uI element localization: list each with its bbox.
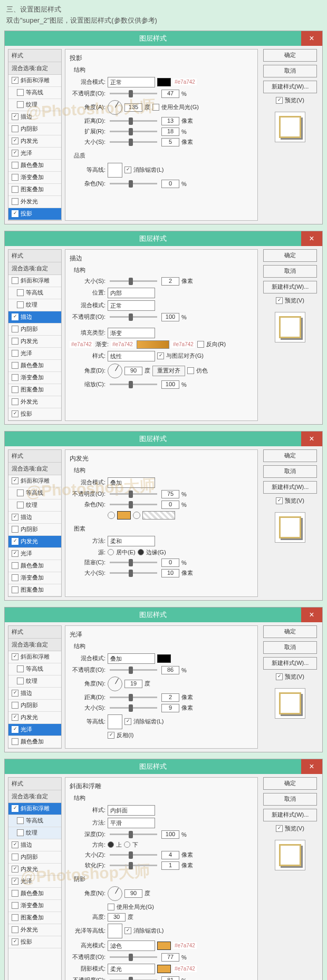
item-drop-shadow[interactable]: ✓投影 xyxy=(8,208,61,220)
dialog-satin: 图层样式× 样式 混合选项:自定 ✓斜面和浮雕 等高线 纹理 ✓描边 内阴影 ✓… xyxy=(4,607,323,752)
item-stroke[interactable]: ✓描边 xyxy=(8,311,61,324)
gradient-picker[interactable] xyxy=(137,340,169,349)
color-swatch[interactable] xyxy=(157,78,171,86)
ok-button[interactable]: 确定 xyxy=(263,49,317,62)
contour-picker[interactable] xyxy=(108,163,122,178)
close-button[interactable]: × xyxy=(301,31,322,46)
dialog-inner-glow: 图层样式× @Photoshop大师 样式 混合选项:自定 ✓斜面和浮雕 等高线… xyxy=(4,431,323,601)
item-bevel[interactable]: ✓斜面和浮雕 xyxy=(8,75,61,87)
dialog-stroke: 图层样式× 样式 混合选项:自定 斜面和浮雕 等高线 纹理 ✓描边 内阴影 内发… xyxy=(4,231,323,425)
opacity-slider[interactable] xyxy=(110,93,157,94)
preview-thumb xyxy=(275,112,305,142)
blend-select[interactable]: 正常 xyxy=(108,77,155,87)
style-list: 样式 混合选项:自定 ✓斜面和浮雕 等高线 纹理 ✓描边 内阴影 ✓内发光 ✓光… xyxy=(8,49,62,221)
angle-dial[interactable] xyxy=(108,100,122,115)
intro-sub: 双击"super_2"图层，设置图层样式(参数仅供参考) xyxy=(6,15,321,26)
dialog-title: 图层样式 xyxy=(5,34,301,43)
intro-title: 三、设置图层样式 xyxy=(6,4,321,15)
dialog-drop-shadow: 图层样式× @Photoshop大师 样式 混合选项:自定 ✓斜面和浮雕 等高线… xyxy=(4,31,323,224)
new-style-button[interactable]: 新建样式(W)... xyxy=(263,81,317,93)
dialog-bevel: 图层样式× @Photoshop大师 样式 混合选项:自定 ✓斜面和浮雕 等高线… xyxy=(4,759,323,980)
close-button[interactable]: × xyxy=(301,231,322,246)
cancel-button[interactable]: 取消 xyxy=(263,65,317,77)
